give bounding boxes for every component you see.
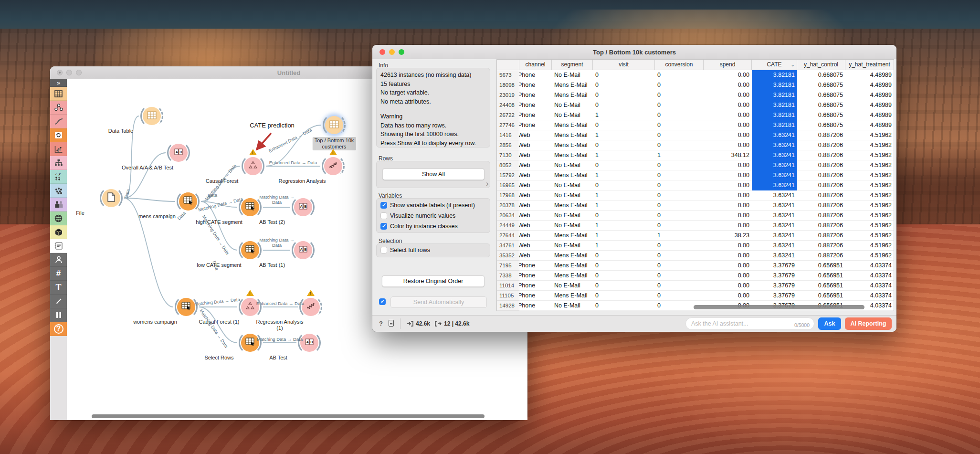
workflow-node-womens-campaign[interactable] xyxy=(177,298,195,316)
column-header-treatment[interactable]: y_hat_treatment xyxy=(845,60,894,70)
cell-spend[interactable]: 0.00 xyxy=(704,100,752,110)
cell-conversion[interactable]: 0 xyxy=(655,261,704,271)
cell-cate[interactable]: 3.82181 xyxy=(752,120,797,130)
cell-spend[interactable]: 0.00 xyxy=(704,211,752,221)
cell-spend[interactable]: 0.00 xyxy=(704,130,752,140)
column-header-id[interactable] xyxy=(497,60,519,70)
cell-spend[interactable]: 0.00 xyxy=(704,241,752,251)
cell-cate[interactable]: 3.63241 xyxy=(752,201,797,211)
table-row[interactable]: 23019PhoneMens E-Mail000.003.821810.6680… xyxy=(497,90,894,100)
cell-treatment[interactable]: 4.48989 xyxy=(845,120,894,130)
cell-spend[interactable]: 0.00 xyxy=(704,90,752,100)
column-header-conversion[interactable]: conversion xyxy=(655,60,704,70)
cell-cate[interactable]: 3.63241 xyxy=(752,241,797,251)
cell-control[interactable]: 0.668075 xyxy=(797,80,845,90)
cell-segment[interactable]: Mens E-Mail xyxy=(552,251,593,261)
cell-cate[interactable]: 3.63241 xyxy=(752,180,797,190)
table-row[interactable]: 35352WebMens E-Mail000.003.632410.887206… xyxy=(497,251,894,261)
causal-network-icon[interactable] xyxy=(50,101,67,115)
cell-control[interactable]: 0.887206 xyxy=(797,180,845,190)
column-header-segment[interactable]: segment xyxy=(552,60,593,70)
cell-visit[interactable]: 0 xyxy=(593,271,655,281)
workflow-node-ab2[interactable]: AB xyxy=(294,198,312,216)
table-row[interactable]: 27746PhoneMens E-Mail000.003.821810.6680… xyxy=(497,120,894,130)
cell-treatment[interactable]: 4.51962 xyxy=(845,150,894,160)
cell-segment[interactable]: Mens E-Mail xyxy=(552,170,593,180)
cell-cate[interactable]: 3.37679 xyxy=(752,281,797,291)
cell-spend[interactable]: 0.00 xyxy=(704,120,752,130)
cell-segment[interactable]: No E-Mail xyxy=(552,281,593,291)
cell-treatment[interactable]: 4.51962 xyxy=(845,201,894,211)
cell-cate[interactable]: 3.82181 xyxy=(752,100,797,110)
cell-cate[interactable]: 3.63241 xyxy=(752,170,797,180)
column-header-control[interactable]: y_hat_control xyxy=(797,60,845,70)
workflow-node-select-rows[interactable] xyxy=(241,334,259,352)
cell-treatment[interactable]: 4.03374 xyxy=(845,271,894,281)
cell-conversion[interactable]: 0 xyxy=(655,281,704,291)
cell-conversion[interactable]: 0 xyxy=(655,110,704,120)
data-table-icon[interactable] xyxy=(50,87,67,101)
cell-conversion[interactable]: 0 xyxy=(655,70,704,80)
cell-visit[interactable]: 0 xyxy=(593,180,655,190)
cell-id[interactable]: 24408 xyxy=(497,100,519,110)
cell-spend[interactable]: 0.00 xyxy=(704,221,752,231)
checkbox-show-variable-labels-if-present-[interactable] xyxy=(380,202,387,209)
cell-cate[interactable]: 3.63241 xyxy=(752,190,797,201)
cell-control[interactable]: 0.668075 xyxy=(797,120,845,130)
cell-segment[interactable]: Mens E-Mail xyxy=(552,271,593,281)
workflow-node-regression-1[interactable] xyxy=(302,298,320,316)
cell-visit[interactable]: 0 xyxy=(593,301,655,311)
cell-visit[interactable]: 1 xyxy=(593,170,655,180)
table-row[interactable]: 16965WebNo E-Mail000.003.632410.8872064.… xyxy=(497,180,894,190)
cell-conversion[interactable]: 0 xyxy=(655,271,704,281)
workflow-node-low-cate[interactable] xyxy=(241,241,259,259)
table-row[interactable]: 15792WebMens E-Mail100.003.632410.887206… xyxy=(497,170,894,180)
cell-segment[interactable]: No E-Mail xyxy=(552,221,593,231)
cell-treatment[interactable]: 4.48989 xyxy=(845,90,894,100)
cell-treatment[interactable]: 4.51962 xyxy=(845,211,894,221)
person-icon[interactable] xyxy=(50,253,67,267)
cell-spend[interactable]: 0.00 xyxy=(704,261,752,271)
cell-channel[interactable]: Web xyxy=(519,180,552,190)
cell-segment[interactable]: Mens E-Mail xyxy=(552,120,593,130)
cell-treatment[interactable]: 4.51962 xyxy=(845,241,894,251)
cell-id[interactable]: 23019 xyxy=(497,90,519,100)
cell-id[interactable]: 20378 xyxy=(497,201,519,211)
ai-reporting-button[interactable]: AI Reporting xyxy=(845,317,892,330)
report-icon[interactable] xyxy=(50,239,67,253)
evaluate-icon[interactable]: ✓✗ xyxy=(50,170,67,184)
cell-control[interactable]: 0.887206 xyxy=(797,221,845,231)
cell-control[interactable]: 0.656951 xyxy=(797,281,845,291)
cell-segment[interactable]: Mens E-Mail xyxy=(552,291,593,301)
send-automatically-button[interactable]: Send Automatically xyxy=(390,296,487,308)
cell-visit[interactable]: 0 xyxy=(593,80,655,90)
workflow-node-causal-forest-1[interactable] xyxy=(241,298,259,316)
cell-treatment[interactable]: 4.03374 xyxy=(845,261,894,271)
ai-assistant-input[interactable] xyxy=(691,318,783,329)
arrow-tool-icon[interactable] xyxy=(50,295,67,308)
cell-spend[interactable]: 0.00 xyxy=(704,110,752,120)
cell-visit[interactable]: 1 xyxy=(593,221,655,231)
cell-spend[interactable]: 0.00 xyxy=(704,190,752,201)
table-row[interactable]: 11014PhoneNo E-Mail000.003.376790.656951… xyxy=(497,281,894,291)
cell-channel[interactable]: Web xyxy=(519,140,552,150)
workflow-node-regression[interactable] xyxy=(324,157,342,175)
send-automatically-checkbox[interactable] xyxy=(379,298,386,305)
cell-channel[interactable]: Web xyxy=(519,231,552,241)
cell-control[interactable]: 0.887206 xyxy=(797,130,845,140)
cell-channel[interactable]: Phone xyxy=(519,100,552,110)
cell-conversion[interactable]: 0 xyxy=(655,190,704,201)
cell-segment[interactable]: Mens E-Mail xyxy=(552,80,593,90)
cell-conversion[interactable]: 0 xyxy=(655,130,704,140)
cell-segment[interactable]: Mens E-Mail xyxy=(552,90,593,100)
sidebar-collapse-chevron-icon[interactable]: › xyxy=(486,179,489,189)
cell-control[interactable]: 0.887206 xyxy=(797,190,845,201)
cell-segment[interactable]: No E-Mail xyxy=(552,160,593,170)
cell-spend[interactable]: 0.00 xyxy=(704,251,752,261)
ask-button[interactable]: Ask xyxy=(818,317,841,330)
cell-id[interactable]: 27644 xyxy=(497,231,519,241)
workflow-node-causal-forest[interactable] xyxy=(244,157,262,175)
workflow-node-overall-ab[interactable]: AB xyxy=(169,144,188,162)
cell-id[interactable]: 11105 xyxy=(497,291,519,301)
cell-channel[interactable]: Phone xyxy=(519,281,552,291)
